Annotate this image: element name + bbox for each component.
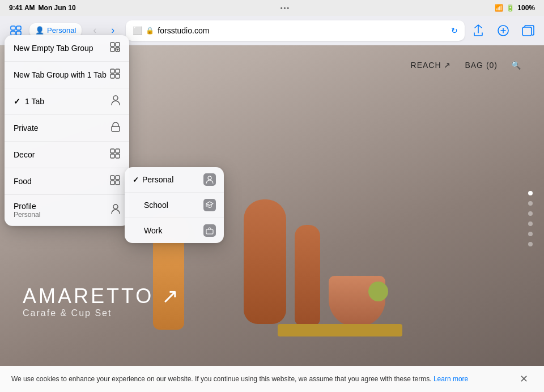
profile-item-title: Profile bbox=[14, 202, 40, 211]
svg-rect-21 bbox=[110, 176, 114, 180]
profile-school-left: School bbox=[133, 201, 168, 210]
new-empty-tab-group-item[interactable]: New Empty Tab Group bbox=[5, 35, 129, 62]
lock-icon: 🔒 bbox=[146, 27, 154, 35]
profile-item-content: Profile Personal bbox=[14, 202, 40, 219]
vase-small bbox=[295, 225, 320, 327]
svg-rect-22 bbox=[116, 176, 120, 180]
profile-work-item[interactable]: Work bbox=[125, 218, 224, 243]
profile-work-left: Work bbox=[133, 226, 162, 235]
svg-point-26 bbox=[208, 176, 211, 180]
site-nav-reach: REACH ↗ bbox=[411, 61, 452, 70]
svg-point-25 bbox=[113, 204, 118, 209]
share-button[interactable] bbox=[469, 22, 487, 40]
profile-item-subtitle: Personal bbox=[14, 211, 40, 219]
new-tab-button[interactable] bbox=[494, 22, 512, 40]
battery-percent: 100% bbox=[517, 4, 535, 12]
profile-icon: 👤 bbox=[35, 26, 44, 35]
mat-decoration bbox=[278, 324, 402, 336]
svg-point-15 bbox=[113, 96, 118, 100]
dot-2 bbox=[528, 201, 533, 206]
profile-label: Personal bbox=[47, 26, 76, 35]
product-name: AMARETTO ↗ bbox=[23, 284, 181, 308]
toolbar-right bbox=[469, 22, 537, 40]
fruit-decoration bbox=[368, 282, 388, 301]
status-time: 9:41 AM bbox=[9, 4, 35, 12]
svg-rect-18 bbox=[116, 149, 120, 153]
tabs-button[interactable] bbox=[519, 22, 537, 40]
site-product-title: AMARETTO ↗ Carafe & Cup Set bbox=[23, 284, 181, 318]
site-nav-right: REACH ↗ BAG (0) 🔍 bbox=[411, 61, 521, 70]
new-empty-tab-group-icon bbox=[110, 42, 120, 54]
svg-rect-19 bbox=[110, 154, 114, 158]
dot-1 bbox=[528, 191, 533, 195]
profile-submenu: ✓ Personal School Work bbox=[125, 167, 224, 243]
private-icon bbox=[111, 122, 120, 134]
decor-item[interactable]: Decor bbox=[5, 142, 129, 168]
profile-school-label: School bbox=[144, 201, 168, 210]
svg-rect-23 bbox=[110, 181, 114, 185]
one-tab-checkmark: ✓ bbox=[14, 97, 20, 106]
address-bar[interactable]: ⬜ 🔒 forsstudio.com ↻ bbox=[126, 20, 465, 41]
status-bar: 9:41 AM Mon Jun 10 ••• 📶 🔋 100% bbox=[0, 0, 544, 16]
private-label: Private bbox=[14, 123, 39, 133]
svg-rect-20 bbox=[116, 154, 120, 158]
new-tab-group-with-tab-icon bbox=[110, 69, 120, 81]
cookie-close-button[interactable]: ✕ bbox=[515, 373, 533, 385]
new-tab-group-with-tab-label: New Tab Group with 1 Tab bbox=[14, 70, 107, 79]
food-icon bbox=[110, 175, 120, 188]
profile-work-label: Work bbox=[144, 226, 162, 235]
profile-personal-label: Personal bbox=[142, 175, 173, 184]
svg-rect-5 bbox=[522, 27, 532, 36]
svg-rect-16 bbox=[112, 126, 120, 131]
pagination-dots bbox=[528, 191, 533, 246]
svg-rect-14 bbox=[116, 74, 120, 78]
svg-rect-3 bbox=[16, 31, 21, 35]
cookie-learn-more[interactable]: Learn more bbox=[434, 375, 468, 383]
cookie-banner: We use cookies to enhance your experienc… bbox=[0, 366, 544, 392]
status-bar-left: 9:41 AM Mon Jun 10 bbox=[9, 4, 76, 12]
decor-label: Decor bbox=[14, 150, 35, 159]
vase-tall bbox=[244, 199, 286, 324]
dot-5 bbox=[528, 232, 533, 236]
reload-icon[interactable]: ↻ bbox=[451, 26, 458, 35]
status-bar-right: 📶 🔋 100% bbox=[495, 4, 535, 12]
profile-personal-left: ✓ Personal bbox=[133, 175, 173, 184]
status-date: Mon Jun 10 bbox=[39, 4, 76, 12]
food-label: Food bbox=[14, 177, 32, 186]
profile-item[interactable]: Profile Personal bbox=[5, 195, 129, 226]
product-subtitle: Carafe & Cup Set bbox=[23, 308, 181, 318]
svg-rect-1 bbox=[16, 26, 21, 30]
new-tab-group-with-tab-item[interactable]: New Tab Group with 1 Tab bbox=[5, 62, 129, 88]
food-item[interactable]: Food bbox=[5, 168, 129, 195]
svg-rect-8 bbox=[110, 48, 114, 52]
profile-item-icon bbox=[111, 204, 120, 216]
one-tab-icon bbox=[111, 95, 120, 108]
svg-rect-2 bbox=[11, 31, 15, 35]
dot-3 bbox=[528, 211, 533, 216]
profile-school-item[interactable]: School bbox=[125, 193, 224, 218]
battery-icon: 🔋 bbox=[506, 4, 515, 12]
dot-6 bbox=[528, 242, 533, 246]
private-item[interactable]: Private bbox=[5, 115, 129, 142]
svg-rect-11 bbox=[110, 69, 114, 73]
wifi-icon: 📶 bbox=[495, 4, 503, 12]
new-empty-tab-group-label: New Empty Tab Group bbox=[14, 44, 94, 53]
profile-personal-icon bbox=[203, 173, 216, 186]
url-text: forsstudio.com bbox=[158, 26, 209, 35]
svg-rect-27 bbox=[206, 229, 213, 234]
svg-rect-0 bbox=[11, 26, 15, 30]
status-bar-center: ••• bbox=[280, 5, 291, 11]
svg-rect-13 bbox=[110, 74, 114, 78]
profile-school-icon bbox=[203, 199, 216, 211]
tab-group-dropdown: New Empty Tab Group New Tab Group with 1… bbox=[5, 35, 129, 226]
profile-personal-item[interactable]: ✓ Personal bbox=[125, 167, 224, 193]
cookie-message: We use cookies to enhance your experienc… bbox=[11, 375, 432, 383]
one-tab-item[interactable]: ✓ 1 Tab bbox=[5, 88, 129, 115]
svg-rect-6 bbox=[110, 42, 114, 46]
cookie-text: We use cookies to enhance your experienc… bbox=[11, 374, 515, 384]
svg-rect-7 bbox=[116, 42, 120, 46]
site-nav-search: 🔍 bbox=[511, 61, 521, 70]
svg-rect-17 bbox=[110, 149, 114, 153]
screen-icon: ⬜ bbox=[133, 26, 142, 35]
svg-rect-12 bbox=[116, 69, 120, 73]
